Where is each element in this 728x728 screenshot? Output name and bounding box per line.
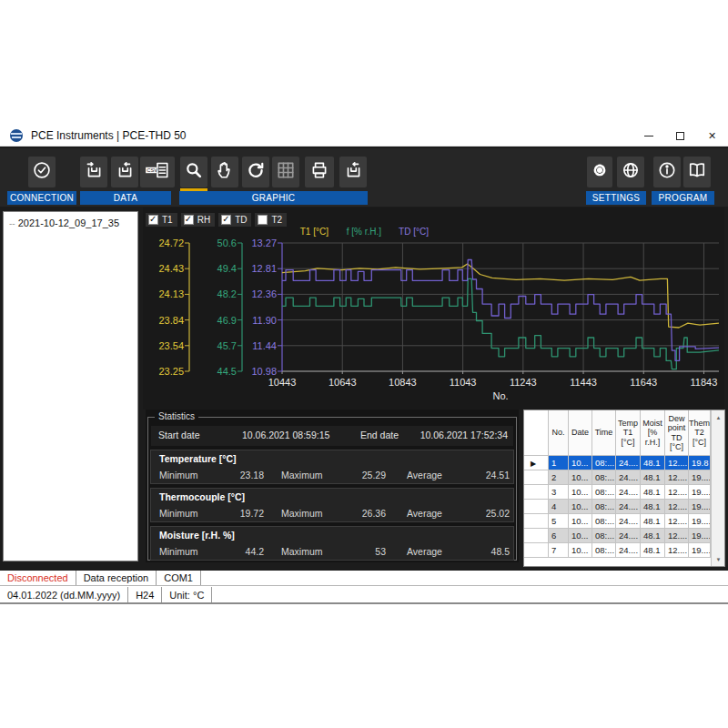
table-cell[interactable]: 10...	[569, 456, 592, 470]
table-cell[interactable]: 12....	[665, 529, 689, 543]
table-column-header[interactable]: TempT1[°C]	[616, 410, 641, 456]
table-cell[interactable]: 24....	[616, 485, 641, 500]
x-tick-label: 11243	[510, 377, 537, 388]
table-cell[interactable]: 08:...	[592, 500, 616, 514]
close-button[interactable]: ✕	[696, 125, 728, 147]
table-cell[interactable]: 12....	[665, 470, 689, 485]
table-cell[interactable]: 2	[549, 470, 569, 485]
table-cell[interactable]: 12....	[665, 500, 689, 514]
series-checkbox-rh[interactable]: RH	[181, 213, 215, 227]
table-cell[interactable]: 08:...	[592, 470, 616, 485]
scroll-down-icon[interactable]: ▼	[712, 552, 725, 566]
reset-view-button[interactable]	[242, 157, 269, 187]
table-cell[interactable]: 5	[549, 514, 569, 529]
series-checkbox-td[interactable]: TD	[218, 213, 251, 227]
y-tick-label: 45.7	[217, 340, 237, 351]
table-column-header[interactable]: ThemT2[°C]	[689, 410, 711, 456]
table-cell[interactable]: 10...	[569, 529, 592, 543]
table-cell[interactable]: 12....	[665, 514, 689, 529]
table-cell[interactable]: 19....	[689, 529, 711, 543]
table-column-header[interactable]: Date	[569, 410, 592, 456]
table-cell[interactable]: 12....	[665, 543, 689, 558]
table-cell[interactable]: 12....	[665, 485, 689, 500]
table-cell[interactable]: 10...	[569, 514, 592, 529]
toolbar-group-graphic: GRAPHIC	[179, 191, 368, 205]
table-scrollbar[interactable]: ▲ ▼	[711, 410, 724, 566]
table-cell[interactable]: 24....	[616, 500, 641, 514]
checkbox-checked-icon[interactable]	[221, 215, 231, 225]
chart-series-f	[282, 278, 719, 369]
info-button[interactable]	[653, 157, 681, 187]
info-icon	[657, 160, 677, 184]
maximize-button[interactable]	[664, 125, 696, 147]
line-chart[interactable]: 1044310643108431104311243114431164311843…	[142, 237, 724, 408]
table-cell[interactable]: 19....	[689, 500, 711, 514]
checkbox-checked-icon[interactable]	[148, 215, 158, 225]
tree-item-measurement[interactable]: -- 2021-10-12_09_17_35	[9, 217, 137, 228]
language-button[interactable]	[617, 157, 644, 187]
table-cell[interactable]: 19....	[689, 514, 711, 529]
table-cell[interactable]: 48.1	[641, 470, 665, 485]
table-cell[interactable]: 24....	[616, 529, 641, 543]
scroll-up-icon[interactable]: ▲	[712, 410, 725, 424]
table-column-header[interactable]: DewpointTD[°C]	[665, 410, 689, 456]
table-cell[interactable]: 48.1	[641, 456, 665, 470]
y-tick-label: 10.98	[251, 366, 277, 377]
series-checkbox-t1[interactable]: T1	[146, 213, 177, 227]
table-cell[interactable]: 08:...	[592, 514, 616, 529]
tree-item-label: 2021-10-12_09_17_35	[18, 217, 119, 228]
manual-button[interactable]	[683, 157, 711, 187]
statistics-section-values: Minimum44.2Maximum53Average48.5	[151, 542, 513, 559]
table-cell[interactable]: 19....	[689, 470, 711, 485]
checkbox-unchecked-icon[interactable]	[258, 215, 268, 225]
series-checkbox-t2[interactable]: T2	[255, 213, 287, 227]
table-cell[interactable]: 19.8	[689, 456, 711, 470]
table-cell[interactable]: 08:...	[592, 456, 616, 470]
table-cell[interactable]: 48.1	[641, 543, 665, 558]
table-column-header[interactable]: Time	[592, 410, 616, 456]
save-graphic-icon	[343, 160, 363, 184]
table-cell[interactable]: 6	[549, 529, 569, 543]
table-cell[interactable]: 10...	[569, 470, 592, 485]
table-cell[interactable]: 48.1	[641, 529, 665, 543]
save-data-button[interactable]	[80, 157, 107, 187]
table-cell[interactable]: 08:...	[592, 529, 616, 543]
table-cell[interactable]: 10...	[569, 500, 592, 514]
zoom-tool-button[interactable]	[180, 157, 207, 187]
csv-export-button[interactable]: CSV	[140, 157, 175, 187]
pan-tool-button[interactable]	[211, 157, 238, 187]
table-cell[interactable]: 7	[549, 543, 569, 558]
table-cell[interactable]: 48.1	[641, 500, 665, 514]
table-cell[interactable]: 48.1	[641, 485, 665, 500]
table-cell[interactable]: 08:...	[592, 543, 616, 558]
table-cell[interactable]: 19....	[689, 543, 711, 558]
minimum-label: Minimum	[159, 470, 198, 480]
settings-button[interactable]	[587, 157, 612, 187]
x-tick-label: 11043	[450, 377, 477, 388]
minimize-button[interactable]	[632, 125, 664, 147]
x-tick-label: 11443	[570, 377, 597, 388]
table-cell[interactable]: 24....	[616, 514, 641, 529]
grid-toggle-button[interactable]	[272, 157, 299, 187]
save-graphic-button[interactable]	[339, 157, 367, 187]
load-data-button[interactable]	[111, 157, 138, 187]
table-column-header[interactable]: No.	[549, 410, 569, 456]
table-cell[interactable]: 48.1	[641, 514, 665, 529]
table-column-header[interactable]: Moist[%r.H.]	[641, 410, 665, 456]
status-item: Disconnected	[0, 571, 76, 585]
table-cell[interactable]: 4	[549, 500, 569, 514]
table-cell[interactable]: 19....	[689, 485, 711, 500]
checkbox-checked-icon[interactable]	[184, 215, 194, 225]
minimum-value: 44.2	[206, 546, 264, 557]
table-cell[interactable]: 24....	[616, 543, 641, 558]
table-cell[interactable]: 24....	[616, 470, 641, 485]
connect-button[interactable]	[28, 157, 56, 187]
table-cell[interactable]: 10...	[569, 485, 592, 500]
table-cell[interactable]: 1	[549, 456, 569, 470]
table-cell[interactable]: 24....	[616, 456, 641, 470]
table-cell[interactable]: 12....	[665, 456, 689, 470]
table-cell[interactable]: 3	[549, 485, 569, 500]
print-button[interactable]	[305, 157, 334, 187]
table-cell[interactable]: 10...	[569, 543, 592, 558]
table-cell[interactable]: 08:...	[592, 485, 616, 500]
